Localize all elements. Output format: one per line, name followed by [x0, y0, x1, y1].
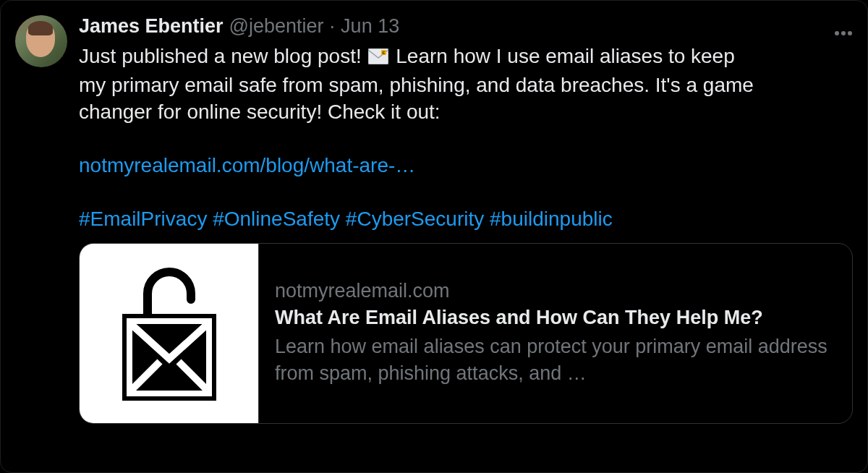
link-card-info: notmyrealemail.com What Are Email Aliase… — [259, 244, 852, 423]
author-name[interactable]: James Ebentier — [79, 15, 224, 38]
separator-dot: · — [330, 15, 336, 38]
svg-point-2 — [848, 31, 852, 35]
tweet-text-line3: changer for online security! Check it ou… — [79, 98, 853, 126]
blank-line — [79, 179, 853, 205]
hashtag-onlinesafety[interactable]: #OnlineSafety — [213, 208, 340, 230]
tweet-link[interactable]: notmyrealemail.com/blog/what-are-… — [79, 154, 415, 176]
link-card-domain: notmyrealemail.com — [275, 280, 836, 302]
tweet-text-line1: Just published a new blog post! E Learn … — [79, 43, 853, 72]
tweet-hashtags: #EmailPrivacy #OnlineSafety #CyberSecuri… — [79, 205, 853, 233]
svg-point-0 — [835, 31, 839, 35]
tweet-text: Just published a new blog post! E Learn … — [79, 43, 853, 233]
tweet-text-line2: my primary email safe from spam, phishin… — [79, 72, 853, 99]
envelope-emoji-icon: E — [368, 44, 388, 72]
link-preview-card[interactable]: notmyrealemail.com What Are Email Aliase… — [79, 243, 853, 424]
author-info[interactable]: James Ebentier @jebentier · Jun 13 — [79, 15, 399, 38]
author-avatar[interactable] — [15, 15, 67, 67]
tweet-content: James Ebentier @jebentier · Jun 13 Just … — [79, 15, 853, 458]
svg-point-1 — [841, 31, 846, 35]
link-card-description: Learn how email aliases can protect your… — [275, 333, 836, 386]
lock-envelope-icon — [108, 257, 231, 409]
text-fragment: Learn how I use email aliases to keep — [390, 45, 734, 67]
blank-line — [79, 126, 853, 152]
hashtag-buildinpublic[interactable]: #buildinpublic — [490, 208, 613, 230]
svg-text:E: E — [383, 51, 386, 55]
hashtag-emailprivacy[interactable]: #EmailPrivacy — [79, 208, 207, 230]
tweet-url-line: notmyrealemail.com/blog/what-are-… — [79, 152, 853, 179]
ellipsis-icon — [834, 18, 853, 41]
hashtag-cybersecurity[interactable]: #CyberSecurity — [346, 208, 484, 230]
text-fragment: Just published a new blog post! — [79, 45, 367, 67]
more-options-button[interactable] — [834, 15, 853, 40]
tweet-date[interactable]: Jun 13 — [341, 15, 399, 38]
link-card-title: What Are Email Aliases and How Can They … — [275, 307, 836, 329]
link-card-thumbnail — [80, 244, 259, 423]
tweet[interactable]: James Ebentier @jebentier · Jun 13 Just … — [0, 0, 868, 473]
author-handle[interactable]: @jebentier — [229, 15, 324, 38]
tweet-header: James Ebentier @jebentier · Jun 13 — [79, 15, 853, 40]
